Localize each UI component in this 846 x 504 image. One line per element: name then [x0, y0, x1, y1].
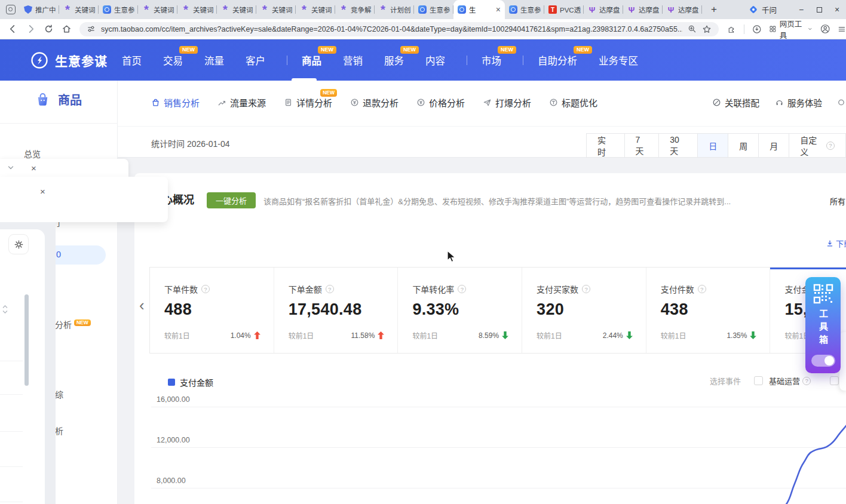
brand[interactable]: 生意参谋	[30, 51, 108, 70]
top-nav-item[interactable]: 营销	[343, 39, 363, 81]
floating-window[interactable]: ×	[0, 177, 168, 222]
browser-tab[interactable]: 生意参 ×	[99, 0, 138, 19]
chevron-down-icon[interactable]	[2, 309, 8, 314]
browser-tab[interactable]: 生意参 ×	[505, 0, 544, 19]
top-nav-item[interactable]: 商品 NEW	[287, 39, 321, 81]
profile-avatar-icon[interactable]	[820, 23, 830, 35]
help-icon[interactable]	[802, 377, 811, 385]
close-icon[interactable]: ×	[31, 163, 36, 173]
browser-tab[interactable]: 关键词 ×	[217, 0, 256, 19]
help-icon[interactable]	[582, 285, 590, 293]
tab-price-analysis[interactable]: 价格分析	[416, 96, 465, 109]
top-nav-item[interactable]: 自助分析 NEW	[523, 39, 577, 81]
top-nav-item[interactable]: 首页	[122, 39, 142, 81]
browser-tab[interactable]: 竞争解 ×	[335, 0, 375, 19]
clipped-checkbox[interactable]	[830, 376, 839, 385]
browser-tab[interactable]: 关键词 ×	[296, 0, 335, 19]
date-range-button[interactable]: 实时	[586, 133, 625, 158]
overview-more-text[interactable]: 所有	[830, 195, 845, 207]
date-range-button[interactable]: 日	[697, 133, 728, 158]
browser-tab[interactable]: 达摩盘 ×	[663, 0, 702, 19]
download-icon[interactable]	[752, 24, 762, 35]
date-range-button[interactable]: 周	[728, 133, 759, 158]
stepper-control[interactable]	[2, 305, 8, 314]
help-icon[interactable]	[458, 285, 466, 293]
sidebar-item-fragment[interactable]: 析	[55, 425, 63, 437]
assistant-button[interactable]: 千问	[749, 4, 777, 16]
browser-tab[interactable]: 关键词 ×	[138, 0, 177, 19]
metric-card[interactable]: 下单金额 17,540.48 较前1日 11.58%	[274, 268, 399, 353]
browser-menu-icon[interactable]	[838, 24, 846, 34]
top-nav-item[interactable]: 流量	[204, 39, 224, 81]
top-nav-item[interactable]: 交易 NEW	[163, 39, 183, 81]
metric-card[interactable]: 支付买家数 320 较前1日 2.44%	[522, 268, 646, 353]
browser-tab[interactable]: 推广中 ×	[20, 0, 59, 19]
new-tab-button[interactable]: +	[708, 4, 720, 16]
back-icon[interactable]	[8, 24, 18, 34]
url-text[interactable]: sycm.taobao.com/cc/item_archives?activeK…	[101, 25, 682, 33]
toolbox-widget[interactable]: 工具箱	[805, 277, 841, 373]
tab-refund-analysis[interactable]: 退款分析	[350, 96, 399, 109]
window-close-button[interactable]: ×	[828, 5, 846, 14]
browser-tab[interactable]: 达摩盘 ×	[623, 0, 663, 19]
metric-card[interactable]: 支付件数 438 较前1日 1.35%	[646, 268, 771, 353]
scrollbar-thumb[interactable]	[24, 294, 29, 386]
tab-blast-analysis[interactable]: 打爆分析	[483, 96, 531, 109]
browser-tab[interactable]: 生意参 ×	[414, 0, 453, 19]
date-range-button[interactable]: 月	[758, 133, 789, 158]
tab-detail-analysis[interactable]: 详情分析 NEW	[284, 96, 332, 109]
metric-card[interactable]: 下单件数 488 较前1日 1.04%	[150, 268, 274, 353]
tab-search-icon[interactable]	[6, 5, 16, 14]
clipped-link-icon[interactable]	[838, 98, 845, 107]
sidebar-item-fragment[interactable]: 综	[55, 388, 63, 400]
window-minimize-button[interactable]: −	[792, 5, 810, 14]
date-range-button[interactable]: 自定义	[789, 133, 846, 158]
link-service-experience[interactable]: 服务体验	[775, 96, 822, 109]
top-nav-item[interactable]: 客户	[246, 39, 265, 81]
browser-tab[interactable]: 达摩盘 ×	[584, 0, 623, 19]
help-icon[interactable]	[326, 285, 334, 293]
forward-icon[interactable]	[26, 24, 36, 34]
browser-tab[interactable]: 关键词 ×	[59, 0, 99, 19]
browser-tab[interactable]: PVC透 ×	[544, 0, 584, 19]
date-range-button[interactable]: 30天	[658, 133, 698, 158]
tab-sales-analysis[interactable]: 销售分析	[151, 96, 200, 109]
sidebar-item-analysis[interactable]: 分析 NEW	[55, 318, 91, 330]
top-nav-item[interactable]: 市场 NEW	[467, 39, 501, 81]
close-icon[interactable]: ×	[40, 186, 45, 196]
floating-window-collapsed[interactable]: ×	[0, 159, 128, 177]
chevron-up-icon[interactable]	[2, 305, 8, 309]
chevron-down-icon[interactable]	[7, 164, 14, 171]
bookmark-star-icon[interactable]	[702, 24, 712, 34]
browser-tab[interactable]: 生 ×	[453, 0, 505, 19]
link-related-match[interactable]: 关联搭配	[712, 96, 759, 109]
one-click-analyze-button[interactable]: 一键分析	[207, 192, 256, 208]
browser-tab[interactable]: 关键词 ×	[256, 0, 296, 19]
chart-legend[interactable]: 支付金额	[168, 376, 213, 388]
carousel-prev-icon[interactable]: ‹	[139, 297, 145, 313]
tab-close-icon[interactable]: ×	[496, 5, 502, 14]
download-link[interactable]: 下载	[826, 238, 846, 249]
settings-button[interactable]	[8, 234, 29, 254]
home-icon[interactable]	[62, 24, 72, 34]
site-settings-icon[interactable]	[87, 24, 96, 33]
extensions-icon[interactable]	[727, 24, 736, 34]
reload-icon[interactable]	[44, 24, 54, 34]
zoom-page-icon[interactable]	[688, 24, 697, 33]
help-icon[interactable]	[698, 285, 706, 293]
browser-tab[interactable]: 关键词 ×	[177, 0, 217, 19]
date-range-button[interactable]: 7天	[624, 133, 660, 158]
top-nav-item[interactable]: 内容	[425, 39, 445, 81]
metric-card[interactable]: 下单转化率 9.33% 较前1日 8.59%	[398, 268, 522, 353]
tab-traffic-source[interactable]: 流量来源 NEW	[217, 96, 266, 109]
browser-tab[interactable]: 计划创 ×	[375, 0, 414, 19]
web-tools-menu[interactable]: 网页工具	[769, 18, 813, 41]
tab-title-optimization[interactable]: 标题优化	[549, 96, 597, 109]
address-bar[interactable]: sycm.taobao.com/cc/item_archives?activeK…	[79, 22, 719, 36]
base-ops-checkbox[interactable]	[754, 376, 763, 385]
top-nav-item[interactable]: 业务专区	[599, 39, 638, 81]
floating-panel[interactable]	[0, 222, 56, 504]
help-icon[interactable]	[201, 285, 210, 293]
toolbox-toggle[interactable]	[811, 355, 835, 367]
window-maximize-button[interactable]	[810, 5, 828, 14]
